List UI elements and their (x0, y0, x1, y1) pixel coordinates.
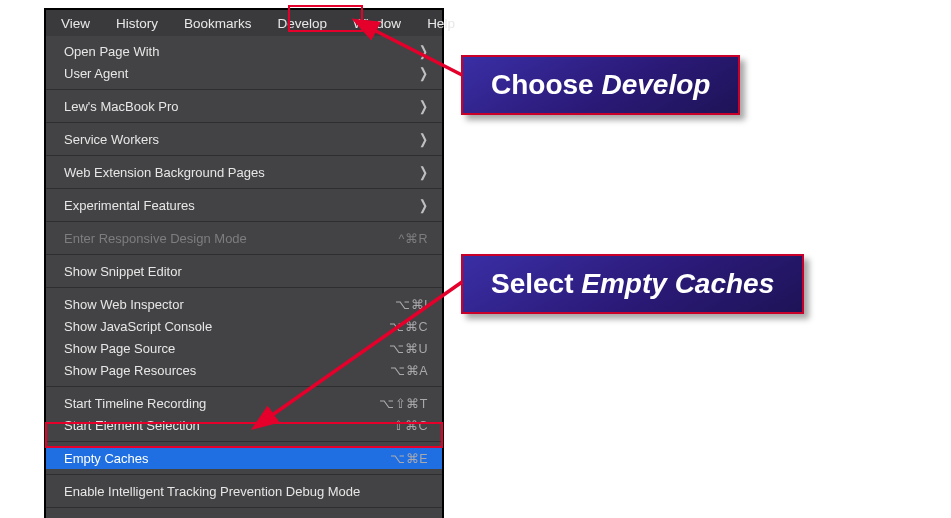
menu-item-enable-intelligent-tracking-prevention-debug-mode[interactable]: Enable Intelligent Tracking Prevention D… (46, 480, 442, 502)
separator (46, 188, 442, 189)
separator (46, 155, 442, 156)
menu-bookmarks[interactable]: Bookmarks (171, 13, 265, 34)
menu-item-label: Open Page With (64, 44, 159, 59)
menu-view[interactable]: View (48, 13, 103, 34)
menu-item-label: User Agent (64, 66, 128, 81)
separator (46, 507, 442, 508)
menu-item-label: Start Timeline Recording (64, 396, 206, 411)
menu-item-lew-s-macbook-pro[interactable]: Lew's MacBook Pro❯ (46, 95, 442, 117)
chevron-right-icon: ❯ (419, 197, 428, 214)
develop-dropdown: Open Page With❯User Agent❯Lew's MacBook … (46, 36, 442, 518)
shortcut: ^⌘R (399, 231, 428, 246)
menu-item-label: Web Extension Background Pages (64, 165, 265, 180)
menu-item-enter-responsive-design-mode: Enter Responsive Design Mode^⌘R (46, 227, 442, 249)
separator (46, 386, 442, 387)
menu-item-label: Show JavaScript Console (64, 319, 212, 334)
menu-item-service-workers[interactable]: Service Workers❯ (46, 128, 442, 150)
separator (46, 441, 442, 442)
shortcut: ⌥⌘A (390, 363, 428, 378)
menu-item-label: Show Page Resources (64, 363, 196, 378)
menu-help[interactable]: Help (414, 13, 468, 34)
menu-item-label: Show Snippet Editor (64, 264, 182, 279)
menu-item-experimental-features[interactable]: Experimental Features❯ (46, 194, 442, 216)
separator (46, 287, 442, 288)
menu-item-show-javascript-console[interactable]: Show JavaScript Console⌥⌘C (46, 315, 442, 337)
menu-item-web-extension-background-pages[interactable]: Web Extension Background Pages❯ (46, 161, 442, 183)
menu-item-label: Enable Intelligent Tracking Prevention D… (64, 484, 360, 499)
chevron-right-icon: ❯ (419, 65, 428, 82)
callout-select-empty-caches: Select Empty Caches (461, 254, 804, 314)
menu-history[interactable]: History (103, 13, 171, 34)
menu-item-show-web-inspector[interactable]: Show Web Inspector⌥⌘I (46, 293, 442, 315)
menu-item-disable-images[interactable]: Disable Images (46, 513, 442, 518)
menu-item-user-agent[interactable]: User Agent❯ (46, 62, 442, 84)
chevron-right-icon: ❯ (419, 164, 428, 181)
separator (46, 221, 442, 222)
menu-item-empty-caches[interactable]: Empty Caches⌥⌘E (46, 447, 442, 469)
menu-item-label: Empty Caches (64, 451, 149, 466)
separator (46, 474, 442, 475)
shortcut: ⌥⌘U (389, 341, 428, 356)
chevron-right-icon: ❯ (419, 131, 428, 148)
shortcut: ⌥⌘E (390, 451, 428, 466)
menu-item-label: Start Element Selection (64, 418, 200, 433)
chevron-right-icon: ❯ (419, 98, 428, 115)
shortcut: ⌥⌘I (395, 297, 428, 312)
menu-item-label: Enter Responsive Design Mode (64, 231, 247, 246)
separator (46, 89, 442, 90)
separator (46, 122, 442, 123)
safari-develop-panel: View History Bookmarks Develop Window He… (44, 8, 444, 518)
shortcut: ⌥⇧⌘T (379, 396, 428, 411)
menu-item-label: Show Web Inspector (64, 297, 184, 312)
menu-item-show-page-resources[interactable]: Show Page Resources⌥⌘A (46, 359, 442, 381)
menu-item-label: Experimental Features (64, 198, 195, 213)
menubar: View History Bookmarks Develop Window He… (46, 10, 442, 36)
menu-item-label: Service Workers (64, 132, 159, 147)
menu-develop[interactable]: Develop (265, 13, 341, 34)
menu-item-label: Lew's MacBook Pro (64, 99, 178, 114)
menu-item-show-page-source[interactable]: Show Page Source⌥⌘U (46, 337, 442, 359)
menu-item-open-page-with[interactable]: Open Page With❯ (46, 40, 442, 62)
callout-choose-develop: Choose Develop (461, 55, 740, 115)
menu-item-label: Show Page Source (64, 341, 175, 356)
shortcut: ⌥⌘C (389, 319, 428, 334)
menu-item-show-snippet-editor[interactable]: Show Snippet Editor (46, 260, 442, 282)
menu-item-start-timeline-recording[interactable]: Start Timeline Recording⌥⇧⌘T (46, 392, 442, 414)
menu-window[interactable]: Window (340, 13, 414, 34)
menu-item-start-element-selection[interactable]: Start Element Selection⇧⌘C (46, 414, 442, 436)
shortcut: ⇧⌘C (393, 418, 428, 433)
separator (46, 254, 442, 255)
chevron-right-icon: ❯ (419, 43, 428, 60)
